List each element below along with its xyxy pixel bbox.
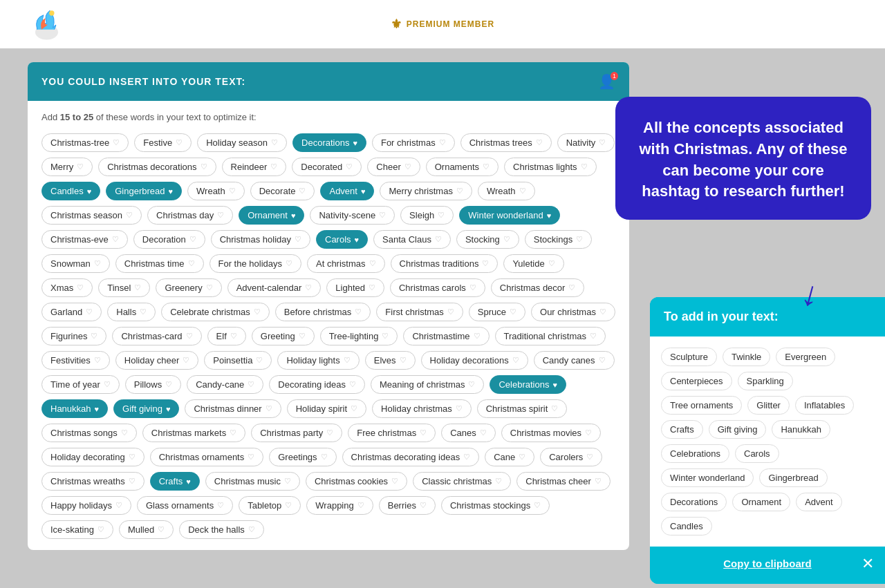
side-tag-item[interactable]: Glitter (747, 396, 790, 415)
tag-item[interactable]: Cheer♡ (367, 158, 420, 176)
tag-item[interactable]: Elves♡ (365, 351, 416, 370)
tag-item[interactable]: Winter wonderland♥ (459, 206, 560, 225)
tag-item[interactable]: For christmas♡ (372, 133, 455, 152)
tag-item[interactable]: Wrapping♡ (306, 496, 373, 515)
tag-item[interactable]: Christmas-tree♡ (41, 133, 129, 152)
tag-item[interactable]: Tree-lighting♡ (320, 327, 398, 345)
side-tag-item[interactable]: Advent (796, 493, 841, 511)
tag-item[interactable]: Candy-cane♡ (187, 375, 263, 394)
heart-icon[interactable]: ♡ (355, 307, 362, 316)
tag-item[interactable]: Christmas decorating ideas♡ (342, 448, 480, 466)
heart-icon[interactable]: ♡ (217, 211, 224, 220)
tag-item[interactable]: Elf♡ (207, 327, 246, 345)
tag-item[interactable]: Ornaments♡ (426, 158, 499, 176)
tag-item[interactable]: Christmas songs♡ (41, 424, 137, 442)
tag-item[interactable]: Snowman♡ (41, 254, 110, 273)
heart-icon[interactable]: ♡ (295, 235, 301, 244)
tag-item[interactable]: Pillows♡ (125, 375, 181, 394)
side-tag-item[interactable]: Celebrations (661, 444, 729, 463)
tag-item[interactable]: Gingerbread♥ (106, 182, 182, 200)
tag-item[interactable]: Christmas markets♡ (142, 424, 245, 442)
side-tag-item[interactable]: Tree ornaments (661, 396, 742, 415)
tag-item[interactable]: Christmas movies♡ (501, 424, 601, 442)
heart-icon[interactable]: ♡ (534, 501, 541, 510)
heart-icon[interactable]: ♡ (447, 307, 454, 316)
tag-item[interactable]: Christmas season♡ (41, 206, 142, 225)
heart-icon[interactable]: ♡ (382, 332, 389, 341)
side-tag-item[interactable]: Carols (735, 444, 779, 463)
heart-icon[interactable]: ♡ (113, 138, 120, 147)
heart-icon[interactable]: ♡ (404, 162, 411, 171)
side-tag-item[interactable]: Sparkling (738, 372, 793, 390)
heart-icon[interactable]: ♡ (91, 332, 97, 341)
tag-item[interactable]: Lighted♡ (326, 278, 384, 297)
tag-item[interactable]: Christmas-card♡ (112, 327, 201, 345)
tag-item[interactable]: Santa Claus♡ (373, 230, 451, 249)
tag-item[interactable]: Merry♡ (41, 158, 93, 176)
tag-item[interactable]: Yuletide♡ (503, 254, 563, 273)
heart-icon[interactable]: ♥ (87, 187, 92, 196)
heart-icon[interactable]: ♡ (176, 138, 183, 147)
heart-icon[interactable]: ♥ (95, 405, 100, 413)
tag-item[interactable]: Christmas traditions♡ (391, 254, 499, 273)
side-tag-item[interactable]: Ornament (732, 493, 790, 511)
heart-icon[interactable]: ♡ (230, 332, 237, 341)
heart-icon[interactable]: ♡ (254, 307, 261, 316)
heart-icon[interactable]: ♡ (134, 283, 141, 292)
tag-item[interactable]: Christmas decorations♡ (98, 158, 216, 176)
tag-item[interactable]: Holiday christmas♡ (372, 399, 472, 418)
heart-icon[interactable]: ♡ (480, 428, 487, 437)
tag-item[interactable]: Nativity♡ (557, 133, 615, 152)
heart-icon[interactable]: ♡ (400, 356, 407, 365)
heart-icon[interactable]: ♡ (369, 259, 376, 268)
heart-icon[interactable]: ♡ (536, 138, 543, 147)
tag-item[interactable]: Holiday cheer♡ (115, 351, 199, 370)
tag-item[interactable]: Before christmas♡ (275, 303, 371, 321)
heart-icon[interactable]: ♡ (456, 404, 463, 413)
tag-item[interactable]: Christmas holiday♡ (211, 230, 310, 249)
tag-item[interactable]: Carols♥ (316, 230, 368, 249)
heart-icon[interactable]: ♡ (510, 307, 516, 316)
user-icon[interactable]: 👤1 (598, 73, 615, 90)
heart-icon[interactable]: ♡ (599, 307, 606, 316)
heart-icon[interactable]: ♡ (599, 356, 606, 365)
heart-icon[interactable]: ♡ (585, 428, 592, 437)
heart-icon[interactable]: ♡ (183, 356, 189, 365)
tag-item[interactable]: Holiday decorations♡ (421, 351, 528, 370)
heart-icon[interactable]: ♡ (129, 477, 136, 486)
tag-item[interactable]: Decorate♡ (250, 182, 315, 200)
tag-item[interactable]: Christmas dinner♡ (185, 399, 281, 418)
heart-icon[interactable]: ♡ (519, 187, 526, 196)
heart-icon[interactable]: ♡ (271, 138, 278, 147)
side-tag-item[interactable]: Winter wonderland (661, 468, 754, 487)
side-tag-item[interactable]: Twinkle (723, 348, 770, 366)
side-tag-item[interactable]: Decorations (661, 493, 727, 511)
side-tag-item[interactable]: Evergreen (776, 348, 835, 366)
tag-item[interactable]: Our christmas♡ (531, 303, 615, 321)
heart-icon[interactable]: ♡ (590, 332, 597, 341)
heart-icon[interactable]: ♡ (248, 380, 254, 389)
heart-icon[interactable]: ♡ (599, 138, 606, 147)
heart-icon[interactable]: ♡ (379, 211, 386, 220)
side-tag-item[interactable]: Inflatables (795, 396, 854, 415)
tag-item[interactable]: Christmas party♡ (251, 424, 342, 442)
tag-item[interactable]: Festive♡ (134, 133, 192, 152)
heart-icon[interactable]: ♡ (463, 453, 470, 462)
heart-icon[interactable]: ♡ (548, 259, 555, 268)
heart-icon[interactable]: ♡ (595, 477, 602, 486)
tag-item[interactable]: Christmas spirit♡ (477, 399, 568, 418)
tag-item[interactable]: Time of year♡ (41, 375, 120, 394)
heart-icon[interactable]: ♡ (266, 404, 272, 413)
tag-item[interactable]: Christmas carols♡ (390, 278, 485, 297)
tag-item[interactable]: Decorating ideas♡ (269, 375, 365, 394)
heart-icon[interactable]: ♡ (77, 162, 84, 171)
tag-item[interactable]: Christmas lights♡ (504, 158, 596, 176)
tag-item[interactable]: Stockings♡ (525, 230, 592, 249)
tag-item[interactable]: Greeting♡ (252, 327, 315, 345)
tag-item[interactable]: Decorations♥ (292, 133, 366, 152)
heart-icon[interactable]: ♡ (420, 501, 427, 510)
tag-item[interactable]: Merry christmas♡ (380, 182, 472, 200)
heart-icon[interactable]: ♡ (97, 525, 104, 534)
heart-icon[interactable]: ♡ (503, 235, 510, 244)
tag-item[interactable]: Christmas cookies♡ (306, 472, 407, 491)
